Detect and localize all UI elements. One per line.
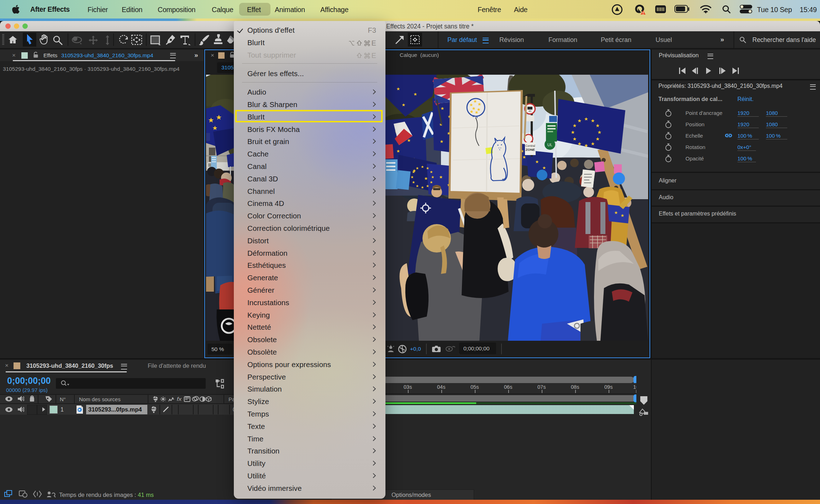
svg-text:UL: UL [547,143,552,147]
svg-text:ZONE: ZONE [526,148,535,152]
svg-text:fx: fx [177,396,182,402]
svg-text:Central: Central [525,144,535,148]
svg-text:40: 40 [529,110,531,112]
